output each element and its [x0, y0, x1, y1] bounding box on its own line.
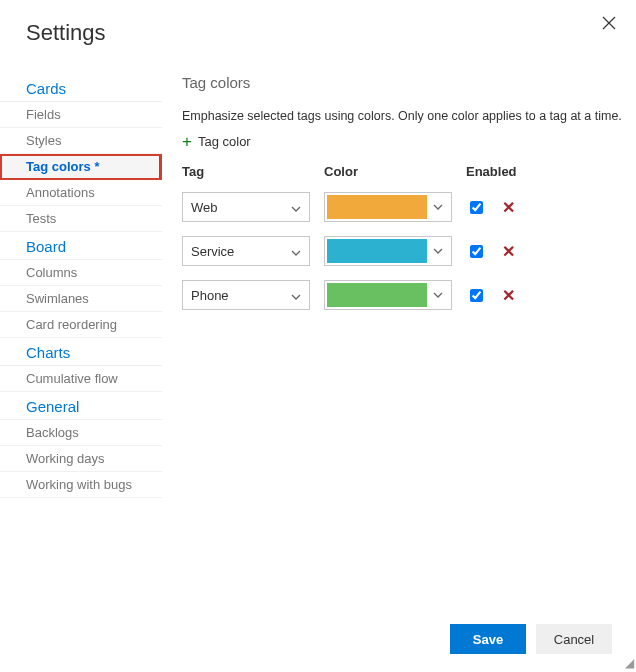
sidebar-item-card-reordering[interactable]: Card reordering: [0, 312, 162, 338]
enabled-checkbox[interactable]: [470, 289, 483, 302]
add-label: Tag color: [198, 134, 251, 149]
sidebar-item-tag-colors[interactable]: Tag colors *: [0, 154, 162, 180]
color-swatch: [327, 239, 427, 263]
chevron-down-icon: [427, 248, 449, 254]
enabled-checkbox[interactable]: [470, 201, 483, 214]
plus-icon: +: [182, 133, 192, 150]
col-enabled: Enabled: [466, 164, 528, 179]
chevron-down-icon: [427, 204, 449, 210]
table-row: Web✕: [182, 185, 622, 229]
chevron-down-icon: [291, 244, 301, 259]
tag-select[interactable]: Web: [182, 192, 310, 222]
sidebar-section-charts: Charts: [0, 338, 162, 366]
sidebar-item-styles[interactable]: Styles: [0, 128, 162, 154]
sidebar-item-swimlanes[interactable]: Swimlanes: [0, 286, 162, 312]
add-tag-color-button[interactable]: + Tag color: [182, 133, 622, 150]
footer: Save Cancel: [450, 624, 612, 654]
delete-icon[interactable]: ✕: [502, 242, 515, 261]
page-title: Settings: [0, 0, 636, 54]
table-row: Phone✕: [182, 273, 622, 317]
sidebar-item-working-with-bugs[interactable]: Working with bugs: [0, 472, 162, 498]
tag-select-value: Phone: [191, 288, 229, 303]
sidebar-item-tests[interactable]: Tests: [0, 206, 162, 232]
close-icon[interactable]: [602, 14, 616, 35]
color-select[interactable]: [324, 280, 452, 310]
sidebar: CardsFieldsStylesTag colors *Annotations…: [0, 54, 162, 498]
panel-title: Tag colors: [182, 74, 622, 91]
tag-select-value: Service: [191, 244, 234, 259]
color-swatch: [327, 283, 427, 307]
color-select[interactable]: [324, 236, 452, 266]
main-panel: Tag colors Emphasize selected tags using…: [162, 54, 636, 498]
sidebar-item-cumulative-flow[interactable]: Cumulative flow: [0, 366, 162, 392]
col-color: Color: [324, 164, 466, 179]
chevron-down-icon: [291, 200, 301, 215]
tag-select[interactable]: Service: [182, 236, 310, 266]
sidebar-item-backlogs[interactable]: Backlogs: [0, 420, 162, 446]
color-select[interactable]: [324, 192, 452, 222]
delete-icon[interactable]: ✕: [502, 198, 515, 217]
chevron-down-icon: [291, 288, 301, 303]
table-header: Tag Color Enabled: [182, 164, 622, 185]
delete-icon[interactable]: ✕: [502, 286, 515, 305]
sidebar-section-cards: Cards: [0, 74, 162, 102]
sidebar-item-annotations[interactable]: Annotations: [0, 180, 162, 206]
resize-grip-icon[interactable]: ◢: [625, 656, 634, 670]
tag-select[interactable]: Phone: [182, 280, 310, 310]
sidebar-item-fields[interactable]: Fields: [0, 102, 162, 128]
tag-select-value: Web: [191, 200, 218, 215]
color-swatch: [327, 195, 427, 219]
save-button[interactable]: Save: [450, 624, 526, 654]
col-tag: Tag: [182, 164, 324, 179]
table-row: Service✕: [182, 229, 622, 273]
sidebar-section-board: Board: [0, 232, 162, 260]
cancel-button[interactable]: Cancel: [536, 624, 612, 654]
sidebar-item-columns[interactable]: Columns: [0, 260, 162, 286]
chevron-down-icon: [427, 292, 449, 298]
enabled-checkbox[interactable]: [470, 245, 483, 258]
sidebar-section-general: General: [0, 392, 162, 420]
panel-description: Emphasize selected tags using colors. On…: [182, 109, 622, 123]
sidebar-item-working-days[interactable]: Working days: [0, 446, 162, 472]
